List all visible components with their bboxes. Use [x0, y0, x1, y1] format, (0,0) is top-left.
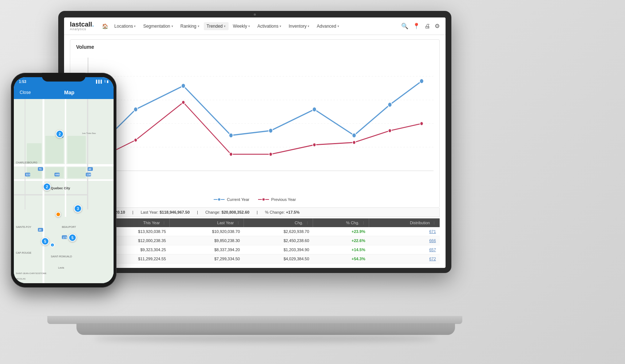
svg-text:NICOLAS: NICOLAS [16, 278, 25, 280]
laptop-device: lastcall. Analytics 🏠 Locations ▾ Segmen… [58, 11, 462, 346]
nav-label-trended: Trended [207, 24, 223, 29]
legend-previous-year: Previous Year [258, 197, 296, 202]
nav-label-inventory: Inventory [289, 24, 306, 29]
svg-point-14 [420, 79, 424, 83]
td-pct-chg-4: +54.3% [313, 254, 369, 264]
td-pct-chg-1: +23.9% [313, 227, 369, 236]
laptop-screen-inner: lastcall. Analytics 🏠 Locations ▾ Segmen… [64, 17, 446, 268]
td-dist-4[interactable]: 672 [369, 254, 439, 264]
phone-time: 1:53 [19, 80, 26, 84]
td-dist-3[interactable]: 657 [369, 245, 439, 254]
svg-text:73: 73 [39, 168, 41, 171]
search-icon[interactable]: 🔍 [401, 23, 408, 29]
nav-label-locations: Locations [114, 24, 133, 29]
td-chg-3: $1,203,394.90 [244, 245, 313, 254]
chart-area [76, 53, 434, 194]
last-year-summary: Last Year: $118,946,967.50 [141, 210, 190, 214]
legend-current-year-label: Current Year [227, 197, 249, 202]
nav-item-ranking[interactable]: Ranking ▾ [178, 22, 202, 30]
data-table: ⋮ This Year ⋮ Last Year ⋮ [70, 218, 440, 264]
svg-point-21 [352, 141, 356, 144]
svg-point-19 [269, 153, 272, 156]
phone-map[interactable]: Quebec City CHARLESBOURG SAINTE-FOY BEAU… [14, 99, 114, 283]
svg-text:CAP-ROUGE: CAP-ROUGE [16, 252, 31, 254]
cellular-icon: ▌▌▌ [96, 80, 103, 83]
sort-icon: ⋮ [432, 221, 436, 225]
svg-point-17 [182, 100, 185, 104]
map-svg: Quebec City CHARLESBOURG SAINTE-FOY BEAU… [14, 99, 114, 283]
table-header-row: ⋮ This Year ⋮ Last Year ⋮ [70, 218, 440, 227]
svg-text:440: 440 [55, 173, 60, 176]
svg-text:Quebec City: Quebec City [51, 186, 71, 190]
chevron-down-icon: ▾ [248, 24, 250, 28]
sort-icon: ⋮ [237, 221, 240, 225]
svg-point-7 [134, 107, 138, 112]
chevron-down-icon: ▾ [198, 24, 199, 28]
map-cluster-5b[interactable]: 5 [68, 234, 76, 242]
main-content: Volume [64, 35, 446, 268]
change-value: $20,808,352.60 [222, 210, 249, 214]
td-dist-1[interactable]: 671 [369, 227, 439, 236]
chart-card: Volume [70, 39, 440, 208]
legend-previous-year-label: Previous Year [271, 197, 296, 202]
th-last-year[interactable]: Last Year ⋮ [170, 218, 244, 227]
change-label: Change: [205, 210, 221, 214]
nav-home-button[interactable]: 🏠 [100, 21, 110, 31]
change-summary: Change: $20,808,352.60 [205, 210, 249, 214]
nav-item-activations[interactable]: Activations ▾ [254, 22, 284, 30]
map-cluster-5a[interactable]: 5 [41, 237, 49, 245]
svg-text:20: 20 [39, 229, 41, 232]
location-icon[interactable]: 📍 [413, 23, 420, 29]
svg-text:SAINT-JEAN-CHRYSOSTOME: SAINT-JEAN-CHRYSOSTOME [16, 272, 46, 274]
th-distribution[interactable]: Distribution ⋮ [369, 218, 439, 227]
nav-label-weekly: Weekly [233, 24, 247, 29]
laptop-base [47, 316, 462, 324]
phone-close-button[interactable]: Close [20, 90, 31, 95]
legend-blue-line [214, 197, 225, 202]
nav-icons-group: 🔍 📍 🖨 ⚙ [401, 23, 440, 29]
chevron-down-icon: ▾ [308, 24, 309, 28]
svg-point-13 [388, 102, 392, 107]
nav-item-trended[interactable]: Trended ▾ [204, 22, 229, 30]
nav-item-inventory[interactable]: Inventory ▾ [286, 22, 312, 30]
map-pin-selected[interactable] [56, 212, 61, 217]
nav-item-weekly[interactable]: Weekly ▾ [230, 22, 253, 30]
wifi-icon: ⌇ [104, 80, 106, 83]
th-chg[interactable]: Chg. ⋮ [244, 218, 313, 227]
svg-text:138: 138 [87, 173, 91, 176]
svg-point-18 [229, 153, 233, 156]
phone-notch [42, 73, 86, 82]
print-icon[interactable]: 🖨 [424, 23, 430, 29]
phone-nav-bar: Close Map [14, 86, 114, 99]
th-pct-chg[interactable]: % Chg. ⋮ [313, 218, 369, 227]
svg-point-10 [269, 128, 273, 133]
phone-signal-group: ▌▌▌ ⌇ ▮ [96, 80, 108, 83]
table-row: $11,299,224.55 $7,299,334.50 $4,029,384.… [70, 254, 440, 264]
svg-point-16 [134, 138, 137, 142]
settings-icon[interactable]: ⚙ [435, 23, 440, 29]
nav-item-locations[interactable]: Locations ▾ [111, 22, 139, 30]
svg-point-27 [262, 198, 265, 201]
map-icon-special: + [50, 243, 55, 247]
map-cluster-2b[interactable]: 2 [43, 183, 51, 191]
nav-item-advanced[interactable]: Advanced ▾ [314, 22, 342, 30]
td-last-year-2: $9,850,238.30 [170, 236, 244, 245]
logo-text: lastcall. [70, 21, 94, 28]
map-background: Quebec City CHARLESBOURG SAINTE-FOY BEAU… [14, 99, 114, 283]
td-dist-2[interactable]: 666 [369, 236, 439, 245]
table-row: $12,000,238.35 $9,850,238.30 $2,450,238.… [70, 236, 440, 245]
laptop-screen-outer: lastcall. Analytics 🏠 Locations ▾ Segmen… [58, 11, 451, 273]
svg-text:40: 40 [88, 168, 91, 171]
nav-item-segmentation[interactable]: Segmentation ▾ [140, 22, 176, 30]
map-cluster-2a[interactable]: 2 [56, 130, 64, 138]
data-table-container: ⋮ This Year ⋮ Last Year ⋮ [70, 218, 440, 264]
sort-icon: ⋮ [162, 221, 166, 225]
navbar: lastcall. Analytics 🏠 Locations ▾ Segmen… [64, 17, 446, 35]
legend-current-year: Current Year [214, 197, 249, 202]
td-pct-chg-2: +22.6% [313, 236, 369, 245]
app-container: lastcall. Analytics 🏠 Locations ▾ Segmen… [64, 17, 446, 268]
td-last-year-3: $8,337,394.20 [170, 245, 244, 254]
svg-point-23 [420, 122, 423, 125]
map-cluster-3[interactable]: 3 [74, 205, 82, 213]
svg-text:BEAUPORT: BEAUPORT [62, 226, 76, 229]
